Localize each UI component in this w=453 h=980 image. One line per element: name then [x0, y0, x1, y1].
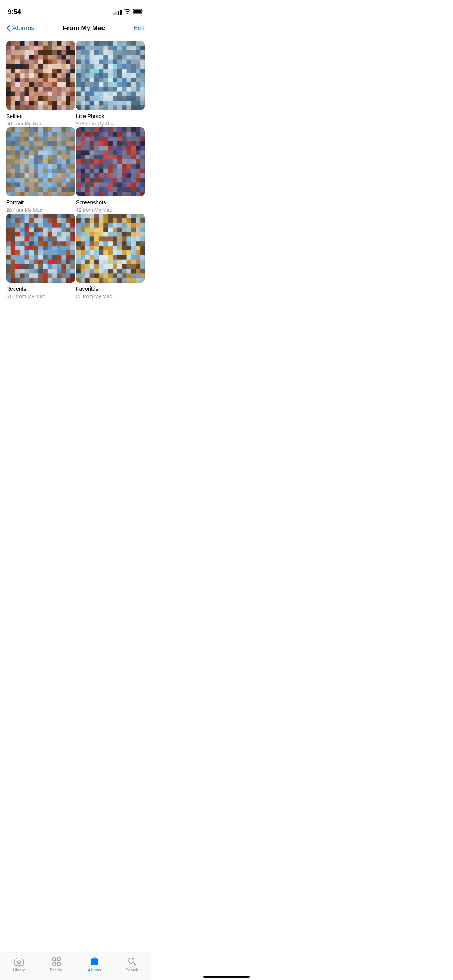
album-item[interactable]: Live Photos273 from My Mac	[76, 41, 145, 127]
album-canvas	[6, 41, 75, 110]
signal-icon	[113, 10, 122, 15]
back-button[interactable]: Albums	[6, 24, 34, 32]
page-title: From My Mac	[63, 24, 105, 32]
svg-rect-1	[142, 10, 143, 12]
album-count: 49 from My Mac	[76, 207, 145, 213]
album-count: 50 from My Mac	[6, 121, 75, 127]
album-canvas	[76, 214, 145, 283]
album-canvas	[76, 127, 145, 196]
svg-rect-2	[134, 10, 141, 13]
album-thumbnail	[6, 127, 75, 196]
status-bar: 9:54	[0, 0, 151, 19]
album-canvas	[6, 214, 75, 283]
album-canvas	[6, 127, 75, 196]
album-thumbnail	[76, 127, 145, 196]
album-count: 28 from My Mac	[6, 207, 75, 213]
album-thumbnail	[76, 41, 145, 110]
album-canvas	[76, 41, 145, 110]
album-item[interactable]: Favorites26 from My Mac	[76, 214, 145, 299]
album-item[interactable]: Recents614 from My Mac	[6, 214, 75, 299]
battery-icon	[133, 9, 143, 15]
album-name: Live Photos	[76, 113, 145, 119]
status-time: 9:54	[8, 8, 21, 16]
status-icons	[113, 9, 143, 15]
album-count: 614 from My Mac	[6, 293, 75, 299]
album-name: Screenshots	[76, 199, 145, 206]
album-item[interactable]: Portrait28 from My Mac	[6, 127, 75, 213]
album-item[interactable]: Selfies50 from My Mac	[6, 41, 75, 127]
album-name: Selfies	[6, 113, 75, 119]
album-count: 26 from My Mac	[76, 293, 145, 299]
album-count: 273 from My Mac	[76, 121, 145, 127]
back-label: Albums	[12, 24, 34, 32]
wifi-icon	[124, 9, 131, 15]
album-thumbnail	[6, 41, 75, 110]
nav-bar: Albums From My Mac Edit	[0, 19, 151, 38]
album-name: Recents	[6, 286, 75, 292]
edit-button[interactable]: Edit	[134, 24, 145, 32]
album-item[interactable]: Screenshots49 from My Mac	[76, 127, 145, 213]
album-name: Favorites	[76, 286, 145, 292]
album-grid: Selfies50 from My MacLive Photos273 from…	[0, 38, 151, 330]
album-thumbnail	[6, 214, 75, 283]
album-name: Portrait	[6, 199, 75, 206]
album-thumbnail	[76, 214, 145, 283]
